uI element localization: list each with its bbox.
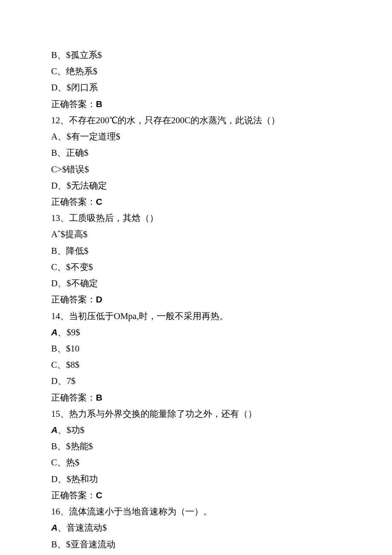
answer-value: B xyxy=(96,392,102,402)
line-text: B、降低$ xyxy=(51,246,89,256)
line-text: 、$功$ xyxy=(58,425,84,435)
line-text: C>$错误$ xyxy=(51,164,89,174)
line-text: B、$孤立系$ xyxy=(51,50,102,60)
text-line: B、$热能$ xyxy=(51,438,341,454)
line-text: C、$不变$ xyxy=(51,262,93,272)
answer-label: 正确答案： xyxy=(51,294,96,305)
text-line: 16、流体流速小于当地音速称为（一）。 xyxy=(51,503,341,520)
line-text: D、$无法确定 xyxy=(51,180,107,191)
text-line: 12、不存在200℃的水，只存在200C的水蒸汽，此说法（） xyxy=(51,112,341,128)
answer-value: C xyxy=(96,197,102,206)
line-text: 12、不存在200℃的水，只存在200C的水蒸汽，此说法（） xyxy=(51,115,280,125)
text-line: D、$无法确定 xyxy=(51,177,341,194)
option-letter: A xyxy=(51,327,58,337)
text-line: B、$亚音速流动 xyxy=(51,536,341,552)
option-letter: A xyxy=(51,523,58,532)
text-line: 13、工质吸热后，其焓（） xyxy=(51,210,341,226)
line-text: B、$热能$ xyxy=(51,441,93,451)
text-line: B、降低$ xyxy=(51,243,341,259)
text-line: 正确答案：C xyxy=(51,194,341,210)
answer-value: D xyxy=(96,294,102,304)
answer-label: 正确答案： xyxy=(51,197,96,207)
line-text: 14、当初压低于OMpa,时，一般不采用再热。 xyxy=(51,311,228,321)
line-text: B、正确$ xyxy=(51,148,89,158)
document-page: B、$孤立系$C、绝热系$D、$闭口系正确答案：B12、不存在200℃的水，只存… xyxy=(0,0,392,555)
line-text: D、$闭口系 xyxy=(51,82,98,93)
text-line: 正确答案：D xyxy=(51,291,341,308)
text-line: C、$不变$ xyxy=(51,259,341,275)
text-line: 正确答案：B xyxy=(51,96,341,112)
text-line: C、热$ xyxy=(51,454,341,471)
line-text: D、7$ xyxy=(51,376,75,386)
text-line: 正确答案：B xyxy=(51,389,341,406)
text-line: D、$不确定 xyxy=(51,275,341,291)
text-line: B、正确$ xyxy=(51,145,341,161)
line-text: C、热$ xyxy=(51,457,80,468)
line-text: 15、热力系与外界交换的能量除了功之外，还有（） xyxy=(51,409,257,419)
text-line: B、$孤立系$ xyxy=(51,47,341,63)
answer-label: 正确答案： xyxy=(51,99,96,109)
line-text: A、$有一定道理$ xyxy=(51,131,120,142)
line-text: C、$8$ xyxy=(51,360,80,370)
answer-value: C xyxy=(96,490,102,500)
text-line: D、$闭口系 xyxy=(51,79,341,96)
line-text: C、绝热系$ xyxy=(51,66,98,76)
line-text: D、$不确定 xyxy=(51,278,98,288)
text-line: Aˆ$提高$ xyxy=(51,226,341,242)
text-line: B、$10 xyxy=(51,340,341,357)
text-line: A、$9$ xyxy=(51,324,341,340)
line-text: 、$9$ xyxy=(58,327,80,337)
line-text: 13、工质吸热后，其焓（） xyxy=(51,213,159,223)
text-line: 14、当初压低于OMpa,时，一般不采用再热。 xyxy=(51,308,341,324)
text-line: C>$错误$ xyxy=(51,161,341,177)
text-line: A、$功$ xyxy=(51,422,341,438)
line-text: 16、流体流速小于当地音速称为（一）。 xyxy=(51,506,212,517)
text-line: 15、热力系与外界交换的能量除了功之外，还有（） xyxy=(51,406,341,422)
line-text: D、$热和功 xyxy=(51,474,98,484)
answer-value: B xyxy=(96,99,102,109)
line-text: Aˆ$提高$ xyxy=(51,229,87,239)
answer-label: 正确答案： xyxy=(51,490,96,500)
answer-label: 正确答案： xyxy=(51,392,96,403)
text-line: C、$8$ xyxy=(51,357,341,373)
line-text: B、$亚音速流动 xyxy=(51,539,115,549)
line-text: 、音速流动$ xyxy=(58,523,107,533)
text-line: C、绝热系$ xyxy=(51,63,341,79)
text-line: D、7$ xyxy=(51,373,341,389)
line-text: B、$10 xyxy=(51,343,80,354)
text-line: A、音速流动$ xyxy=(51,520,341,536)
text-line: A、$有一定道理$ xyxy=(51,128,341,145)
text-line: 正确答案：C xyxy=(51,487,341,503)
option-letter: A xyxy=(51,425,58,435)
text-line: D、$热和功 xyxy=(51,471,341,487)
